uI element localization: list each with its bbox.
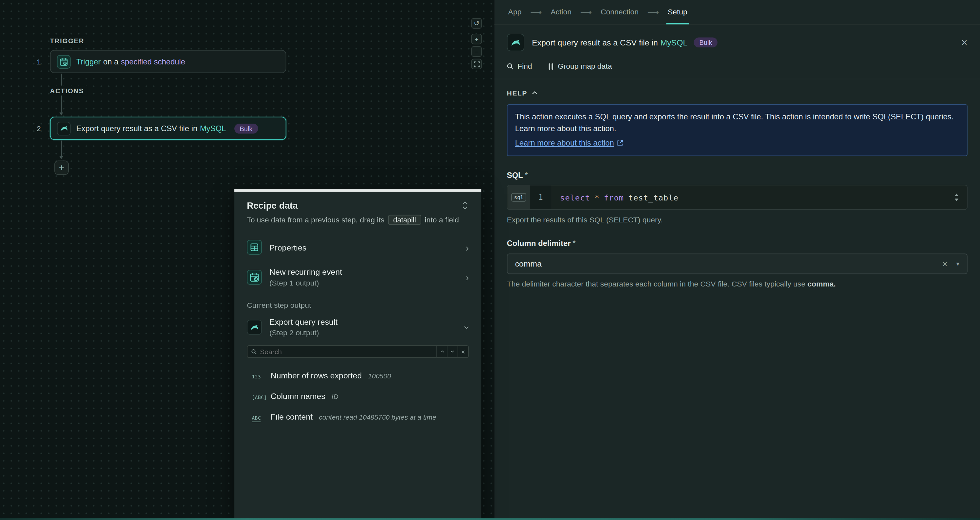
step1-output-row[interactable]: New recurring event (Step 1 output) › bbox=[247, 267, 469, 287]
close-icon[interactable]: × bbox=[961, 37, 967, 48]
properties-grid-icon bbox=[247, 240, 262, 255]
step2-output-title: Export query result bbox=[269, 317, 337, 327]
setup-app-name[interactable]: MySQL bbox=[660, 38, 688, 48]
panel-resize-icon[interactable] bbox=[461, 201, 469, 210]
step1-number: 1 bbox=[34, 57, 44, 67]
select-caret-icon[interactable]: ▾ bbox=[956, 260, 959, 267]
delimiter-field-hint: The delimiter character that separates e… bbox=[507, 280, 967, 289]
number-type-icon: 123 bbox=[252, 374, 266, 380]
mysql-dolphin-icon bbox=[507, 34, 524, 51]
search-close-icon[interactable]: × bbox=[458, 346, 468, 357]
chevron-right-icon[interactable]: › bbox=[466, 243, 469, 252]
line-number: 1 bbox=[530, 185, 551, 209]
help-text: This action executes a SQL query and exp… bbox=[515, 111, 959, 135]
trigger-section-label: TRIGGER bbox=[50, 36, 88, 46]
delimiter-field-label: Column delimiter* bbox=[507, 239, 967, 248]
clear-value-icon[interactable]: × bbox=[942, 260, 948, 268]
datapill-label: Number of rows exported bbox=[271, 371, 362, 380]
datapill-label: Column names bbox=[271, 392, 325, 401]
required-asterisk: * bbox=[573, 239, 576, 248]
mysql-dolphin-icon bbox=[247, 320, 262, 335]
zoom-in-icon[interactable]: + bbox=[471, 34, 482, 44]
chevron-up-icon bbox=[531, 91, 537, 95]
datapill-label: File content bbox=[271, 412, 313, 422]
sql-keyword: from bbox=[604, 193, 624, 202]
step2-app-name[interactable]: MySQL bbox=[200, 124, 226, 133]
hint-suffix: into a field bbox=[425, 216, 459, 224]
datapill-sample-value: 100500 bbox=[368, 372, 391, 380]
bulk-badge: Bulk bbox=[234, 123, 258, 133]
zoom-out-icon[interactable]: − bbox=[471, 46, 482, 57]
connector-line bbox=[61, 141, 62, 156]
schedule-calendar-icon bbox=[57, 55, 71, 68]
actions-section-label: ACTIONS bbox=[50, 86, 88, 96]
step1-output-title: New recurring event bbox=[269, 267, 342, 277]
recipe-data-hint: To use data from a previous step, drag i… bbox=[247, 215, 469, 225]
search-icon bbox=[247, 346, 260, 357]
connector-arrow bbox=[59, 113, 63, 116]
setup-panel: App ⟶ Action ⟶ Connection ⟶ Setup Export… bbox=[493, 0, 980, 520]
current-step-output-label: Current step output bbox=[247, 301, 469, 310]
tab-connection[interactable]: Connection bbox=[599, 0, 640, 24]
editor-resize-handle-icon[interactable] bbox=[946, 185, 967, 209]
group-map-data-icon bbox=[548, 63, 554, 70]
sql-language-badge-cell: sql bbox=[508, 185, 530, 209]
recipe-data-title: Recipe data bbox=[247, 200, 298, 211]
step-action-node-selected[interactable]: Export query result as a CSV file in MyS… bbox=[50, 117, 286, 140]
step2-output-subtitle: (Step 2 output) bbox=[269, 328, 337, 337]
setup-content: HELP This action executes a SQL query an… bbox=[494, 79, 980, 289]
step1-schedule-link[interactable]: specified schedule bbox=[121, 57, 185, 66]
chevron-down-icon[interactable]: › bbox=[463, 326, 472, 329]
bottom-accent-bar bbox=[0, 518, 980, 520]
delimiter-select[interactable]: comma × ▾ bbox=[507, 254, 967, 274]
tab-action[interactable]: Action bbox=[549, 0, 573, 24]
datapill-row[interactable]: 123 Number of rows exported 100500 bbox=[247, 365, 469, 386]
help-collapse-toggle[interactable]: HELP bbox=[507, 89, 538, 97]
zoom-fit-icon[interactable] bbox=[471, 59, 482, 69]
tab-app[interactable]: App bbox=[507, 0, 523, 24]
datapill-chip[interactable]: datapill bbox=[388, 215, 421, 225]
step2-number: 2 bbox=[34, 124, 44, 133]
sql-code-editor[interactable]: sql 1 select * from test_table bbox=[507, 185, 967, 210]
group-map-data-button[interactable]: Group map data bbox=[548, 62, 612, 71]
learn-more-link[interactable]: Learn more about this action bbox=[515, 137, 623, 149]
zoom-controls: ↺ + − bbox=[471, 18, 482, 69]
sql-operator: * bbox=[594, 193, 599, 202]
datapill-search-bar: › › × bbox=[247, 346, 469, 358]
array-type-icon: [ABC] bbox=[252, 395, 266, 400]
hint-prefix: To use data from a previous step, drag i… bbox=[247, 216, 384, 224]
arrow-icon: ⟶ bbox=[580, 0, 592, 24]
external-link-icon bbox=[617, 140, 623, 146]
step1-verb[interactable]: Trigger bbox=[76, 57, 101, 66]
search-icon bbox=[507, 63, 514, 70]
step2-title: Export query result as a CSV file in MyS… bbox=[76, 124, 226, 133]
chevron-right-icon[interactable]: › bbox=[466, 273, 469, 282]
search-input[interactable] bbox=[260, 346, 436, 357]
sql-code-line[interactable]: select * from test_table bbox=[551, 185, 946, 209]
datapill-sample-value: ID bbox=[332, 393, 339, 400]
help-label: HELP bbox=[507, 89, 527, 97]
add-step-button[interactable]: + bbox=[54, 160, 69, 175]
search-prev-icon[interactable]: › bbox=[436, 346, 447, 357]
tab-setup[interactable]: Setup bbox=[667, 0, 689, 24]
mysql-dolphin-icon bbox=[57, 121, 71, 135]
setup-title-text: Export query result as a CSV file in bbox=[532, 38, 658, 48]
find-button[interactable]: Find bbox=[507, 62, 532, 71]
connector-arrow bbox=[59, 156, 63, 159]
help-box: This action executes a SQL query and exp… bbox=[507, 104, 967, 156]
datapill-row[interactable]: ABC File content content read 10485760 b… bbox=[247, 406, 469, 427]
step-trigger-node[interactable]: Trigger on a specified schedule bbox=[50, 50, 286, 73]
sql-field-hint: Export the results of this SQL (SELECT) … bbox=[507, 216, 967, 224]
step2-output-row[interactable]: Export query result (Step 2 output) › bbox=[247, 317, 469, 337]
search-next-icon[interactable]: › bbox=[447, 346, 457, 357]
setup-header: Export query result as a CSV file in MyS… bbox=[494, 25, 980, 54]
properties-row[interactable]: Properties › bbox=[247, 240, 469, 255]
step1-title: Trigger on a specified schedule bbox=[76, 57, 185, 66]
zoom-reset-icon[interactable]: ↺ bbox=[471, 18, 482, 29]
arrow-icon: ⟶ bbox=[648, 0, 659, 24]
sql-field-label: SQL* bbox=[507, 171, 967, 180]
recipe-data-panel: Recipe data To use data from a previous … bbox=[234, 189, 481, 520]
setup-toolbar: Find Group map data bbox=[494, 54, 980, 79]
datapill-row[interactable]: [ABC] Column names ID bbox=[247, 386, 469, 406]
datapill-sample-value: content read 10485760 bytes at a time bbox=[319, 414, 436, 421]
